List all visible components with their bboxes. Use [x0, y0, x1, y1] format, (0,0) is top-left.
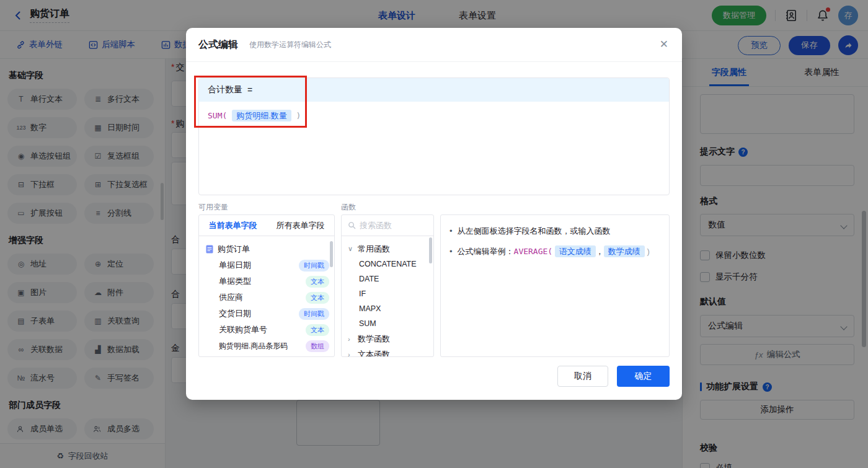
field-chip: 语文成绩: [555, 245, 596, 257]
close-paren: ): [296, 111, 301, 120]
tab-all-form-fields[interactable]: 所有表单字段: [277, 220, 325, 231]
function-item[interactable]: DATE: [348, 272, 433, 286]
confirm-button[interactable]: 确定: [617, 366, 670, 387]
type-badge: 文本: [306, 292, 329, 304]
formula-target: 合计数量: [208, 84, 242, 95]
function-group-common[interactable]: ∨常用函数: [348, 241, 433, 257]
formula-help-panel: • 从左侧面板选择字段名和函数，或输入函数 • 公式编辑举例：AVERAGE( …: [440, 214, 670, 357]
tab-current-form-fields[interactable]: 当前表单字段: [209, 220, 257, 231]
variables-panel: 当前表单字段 所有表单字段 购货订单 单据日期时间戳 单据类型文本 供应商文本 …: [198, 214, 335, 357]
variables-root-node[interactable]: 购货订单: [205, 241, 329, 257]
variable-item[interactable]: 单据类型文本: [205, 273, 329, 289]
help-line-1: • 从左侧面板选择字段名和函数，或输入函数: [450, 225, 660, 237]
variable-item[interactable]: 购货明细.商品条形码数组: [205, 338, 329, 354]
functions-scrollbar[interactable]: [429, 237, 432, 263]
field-chip: 数学成绩: [604, 245, 645, 257]
type-badge: 时间戳: [299, 308, 329, 320]
formula-expression[interactable]: SUM( 购货明细.数量 ): [199, 102, 669, 130]
close-icon[interactable]: ✕: [660, 38, 668, 51]
type-badge: 数组: [306, 340, 329, 352]
type-badge: 文本: [306, 276, 329, 288]
sum-function-token: SUM(: [208, 111, 227, 120]
variables-scrollbar[interactable]: [330, 241, 333, 267]
chevron-right-icon: ›: [348, 335, 354, 343]
variable-item[interactable]: 交货日期时间戳: [205, 306, 329, 322]
function-search-input[interactable]: [360, 221, 422, 230]
function-group-text[interactable]: ›文本函数: [348, 347, 433, 357]
variable-item[interactable]: 供应商文本: [205, 289, 329, 306]
formula-target-row: 合计数量 =: [199, 78, 669, 102]
field-chip[interactable]: 购货明细.数量: [232, 110, 291, 121]
average-function-token: AVERAGE(: [514, 247, 553, 256]
chevron-down-icon: ∨: [348, 245, 354, 253]
variable-item[interactable]: 关联购货单号文本: [205, 322, 329, 338]
form-doc-icon: [205, 245, 214, 254]
help-line-2: • 公式编辑举例：AVERAGE( 语文成绩，数学成绩 ): [450, 245, 660, 258]
function-item[interactable]: SUM: [348, 316, 433, 331]
functions-panel: ∨常用函数 CONCATENATE DATE IF MAPX SUM ›数学函数…: [341, 214, 434, 357]
function-item[interactable]: CONCATENATE: [348, 257, 433, 272]
formula-editor-modal: 公式编辑 使用数学运算符编辑公式 ✕ 合计数量 = SUM( 购货明细.数量 )…: [186, 28, 682, 400]
formula-equals: =: [247, 85, 252, 95]
function-item[interactable]: IF: [348, 286, 433, 301]
variable-item[interactable]: 单据日期时间戳: [205, 257, 329, 273]
type-badge: 文本: [306, 324, 329, 336]
function-group-math[interactable]: ›数学函数: [348, 331, 433, 347]
function-item[interactable]: MAPX: [348, 301, 433, 316]
chevron-right-icon: ›: [348, 351, 354, 358]
search-icon: [348, 221, 356, 229]
cancel-button[interactable]: 取消: [557, 366, 608, 387]
modal-title: 公式编辑: [198, 38, 238, 51]
functions-label: 函数: [341, 202, 356, 213]
type-badge: 时间戳: [299, 260, 329, 272]
function-search[interactable]: [342, 215, 433, 236]
variables-label: 可用变量: [198, 202, 228, 213]
modal-subtitle: 使用数学运算符编辑公式: [249, 40, 331, 50]
formula-editor[interactable]: 合计数量 = SUM( 购货明细.数量 ): [198, 77, 670, 195]
